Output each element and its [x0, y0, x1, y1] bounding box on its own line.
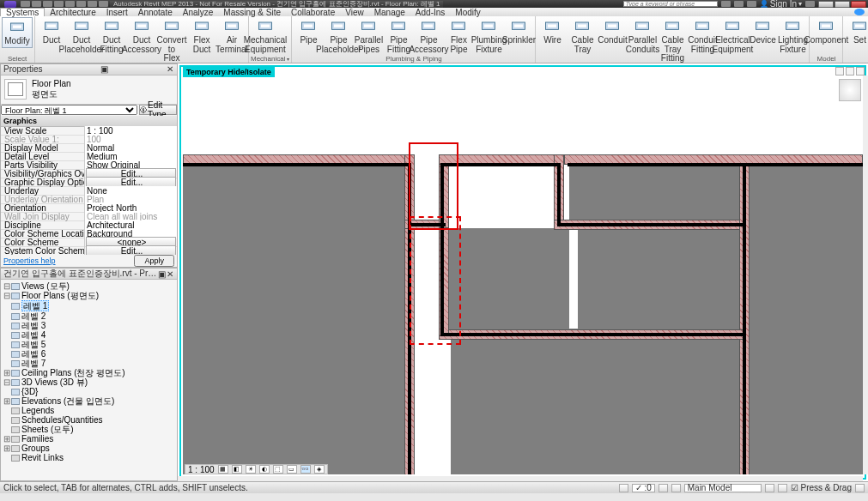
vp-maximize-icon[interactable] — [846, 67, 854, 75]
properties-help-link[interactable]: Properties help — [3, 257, 56, 265]
tab-analyze[interactable]: Analyze — [178, 8, 219, 16]
viewport-scrollbar-v[interactable] — [863, 75, 868, 474]
tree-node[interactable]: 레벨 5 — [3, 340, 175, 349]
tab-annotate[interactable]: Annotate — [133, 8, 178, 16]
tree-node[interactable]: ⊟Floor Plans (평면도) — [3, 291, 175, 300]
tree-node[interactable]: 레벨 4 — [3, 330, 175, 340]
ribbon-duct-button[interactable]: Duct — [37, 17, 66, 46]
sb-workset-selector[interactable]: Main Model — [684, 484, 762, 492]
tree-node[interactable]: Revit Links — [3, 453, 175, 462]
ribbon-pipe-acc-button[interactable]: PipeAccessory — [414, 17, 443, 55]
help-icon[interactable] — [805, 1, 815, 7]
browser-close-icon[interactable]: ✕ — [166, 269, 174, 279]
tree-node[interactable]: 레벨 6 — [3, 349, 175, 359]
app-menu-button[interactable] — [4, 1, 16, 8]
ribbon-set-button[interactable]: Set — [845, 17, 868, 46]
vp-home-icon[interactable] — [835, 67, 844, 75]
crop-region-icon[interactable]: ▭ — [287, 465, 297, 474]
apply-button[interactable]: Apply — [134, 255, 174, 267]
ribbon-ctray-button[interactable]: CableTray — [568, 17, 597, 55]
tree-twisty-icon[interactable]: ⊟ — [3, 281, 11, 291]
tab-insert[interactable]: Insert — [101, 8, 133, 16]
ribbon-conduit-button[interactable]: Conduit — [598, 17, 627, 46]
tree-twisty-icon[interactable]: ⊞ — [3, 444, 11, 453]
qat-measure-icon[interactable] — [76, 1, 86, 7]
ribbon-pipe-ph-button[interactable]: PipePlaceholder — [324, 17, 353, 55]
tree-node[interactable]: ⊟Views (모두) — [3, 281, 175, 291]
view-scale-label[interactable]: 1 : 100 — [188, 465, 215, 474]
window-maximize-button[interactable] — [835, 1, 850, 8]
properties-close-icon[interactable]: ✕ — [166, 64, 174, 74]
tree-node[interactable]: ⊞Families — [3, 434, 175, 444]
ribbon-cursor-button[interactable]: Modify — [2, 17, 33, 48]
shadows-icon[interactable]: ◐ — [259, 465, 270, 474]
tab-collaborate[interactable]: Collaborate — [286, 8, 340, 16]
tree-node[interactable]: ⊞Groups — [3, 444, 175, 453]
vp-close-icon[interactable] — [856, 67, 865, 75]
tree-twisty-icon[interactable]: ⊟ — [3, 291, 11, 300]
ribbon-duct-acc-button[interactable]: DuctAccessory — [127, 17, 156, 55]
search-input[interactable] — [623, 1, 718, 7]
tree-node[interactable]: 레벨 3 — [3, 321, 175, 330]
sb-editable-icon[interactable] — [659, 484, 668, 492]
tree-node[interactable]: {3D} — [3, 387, 175, 396]
ribbon-air-term-button[interactable]: AirTerminal — [217, 17, 246, 55]
tree-twisty-icon[interactable]: ⊞ — [3, 396, 11, 406]
reveal-icon[interactable]: ◈ — [314, 465, 325, 474]
tree-twisty-icon[interactable]: ⊟ — [3, 377, 11, 387]
temp-hide-icon[interactable]: 👓 — [300, 465, 311, 474]
tab-add-ins[interactable]: Add-Ins — [410, 8, 450, 16]
tree-twisty-icon[interactable]: ⊞ — [3, 434, 11, 444]
window-minimize-button[interactable] — [818, 1, 834, 8]
detail-level-icon[interactable]: ▦ — [218, 465, 228, 474]
ribbon-pipe-button[interactable]: Pipe — [294, 17, 323, 46]
tree-node[interactable]: ⊟3D Views (3D 뷰) — [3, 377, 175, 387]
qat-open-icon[interactable] — [21, 1, 30, 7]
instance-selector[interactable]: Floor Plan: 레벨 1 — [1, 105, 137, 115]
sb-worksets-icon[interactable] — [671, 484, 681, 492]
qat-redo-icon[interactable] — [54, 1, 64, 7]
browser-dock-icon[interactable]: ▣ — [157, 269, 166, 279]
tab-manage[interactable]: Manage — [369, 8, 410, 16]
properties-dock-icon[interactable]: ▣ — [100, 64, 108, 74]
crop-view-icon[interactable]: ⬚ — [273, 465, 283, 474]
ribbon-flex-button[interactable]: FlexDuct — [187, 17, 216, 55]
sb-tab-icon[interactable] — [855, 484, 865, 492]
prop-row[interactable]: System Color SchemesEdit... — [1, 247, 177, 255]
ribbon-plumb-button[interactable]: PlumbingFixture — [474, 17, 503, 55]
ribbon-sprink-button[interactable]: Sprinkler — [504, 17, 533, 46]
ribbon-duct-ph-button[interactable]: DuctPlaceholder — [67, 17, 96, 55]
qat-align-icon[interactable] — [88, 1, 97, 7]
tab-architecture[interactable]: Architecture — [45, 8, 100, 16]
tree-twisty-icon[interactable]: ⊞ — [3, 368, 11, 377]
sb-design-options-icon[interactable] — [619, 484, 628, 492]
viewport-scrollbar-h[interactable] — [178, 476, 863, 481]
ribbon-light-button[interactable]: LightingFixture — [778, 17, 807, 55]
sb-sync-icon[interactable] — [765, 484, 774, 492]
prop-edit-button[interactable]: Edit... — [86, 245, 176, 255]
ribbon-wire-button[interactable]: Wire — [537, 17, 567, 46]
ribbon-par-pipe-button[interactable]: ParallelPipes — [354, 17, 383, 55]
ribbon-mech-button[interactable]: MechanicalEquipment — [251, 17, 280, 55]
tree-node[interactable]: 레벨 7 — [3, 359, 175, 368]
qat-undo-icon[interactable] — [43, 1, 52, 7]
ribbon-device-button[interactable]: Device — [748, 17, 777, 46]
tab-modify[interactable]: Modify — [450, 8, 485, 16]
press-drag-toggle[interactable]: ☑ Press & Drag — [791, 483, 852, 492]
ribbon-elec-eq-button[interactable]: ElectricalEquipment — [718, 17, 747, 55]
tree-node[interactable]: Schedules/Quantities — [3, 415, 175, 425]
qat-save-icon[interactable] — [32, 1, 41, 7]
tab-view[interactable]: View — [340, 8, 369, 16]
sb-filter-icon[interactable] — [778, 484, 787, 492]
edit-type-button[interactable]: 🛈 Edit Type — [139, 105, 177, 115]
drawing-canvas[interactable] — [183, 75, 863, 474]
qat-sync-icon[interactable] — [99, 1, 108, 7]
tree-node[interactable]: ⊞Ceiling Plans (천장 평면도) — [3, 368, 175, 377]
infocenter-help-icon[interactable] — [854, 9, 865, 15]
favorite-icon[interactable] — [747, 1, 756, 7]
tree-node[interactable]: 레벨 1 — [3, 300, 175, 311]
tab-systems[interactable]: Systems — [0, 8, 45, 16]
qat-print-icon[interactable] — [65, 1, 75, 7]
tree-node[interactable]: 레벨 2 — [3, 311, 175, 321]
sun-path-icon[interactable]: ☀ — [246, 465, 256, 474]
